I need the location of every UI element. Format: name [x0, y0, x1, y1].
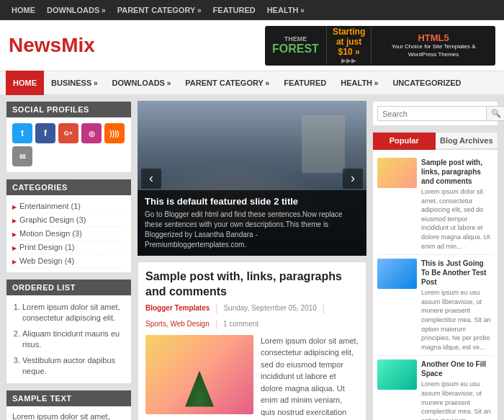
top-nav-featured[interactable]: FEATURED — [207, 0, 261, 20]
top-nav-parent-category[interactable]: PARENT CATEGORY — [112, 0, 207, 21]
social-profiles-title: SOCIAL PROFILES — [6, 102, 131, 117]
search-widget: 🔍 — [372, 101, 498, 126]
main-content: ‹ › This is default featured slide 2 tit… — [138, 101, 366, 420]
list-item: Lorem ipsum dolor sit amet, consectetur … — [22, 300, 125, 326]
post-source[interactable]: Blogger Templates — [145, 304, 210, 312]
popular-post-item: This is Just Going To Be Another Test Po… — [377, 255, 493, 356]
popular-post-text: Sample post with, links, paragraphs and … — [421, 158, 493, 251]
social-profiles-widget: SOCIAL PROFILES t f G+ ◎ )))) ✉ — [6, 101, 132, 173]
list-item: Aliquam tincidunt mauris eu risus. — [22, 326, 125, 353]
instagram-icon[interactable]: ◎ — [81, 123, 102, 143]
sample-text-content: Lorem ipsum dolor sit amet, consectetur … — [6, 406, 131, 420]
tabs-header: Popular Blog Archives — [373, 133, 498, 150]
category-item[interactable]: Graphic Design (3) — [12, 213, 125, 227]
main-nav-home[interactable]: HOME — [6, 71, 44, 95]
rss-icon[interactable]: )))) — [104, 123, 125, 143]
top-nav-downloads[interactable]: DOWNLOADS — [41, 0, 112, 21]
sample-text-widget: SAMPLE TEXT Lorem ipsum dolor sit amet, … — [6, 390, 132, 420]
thumbnail-tree-icon — [185, 371, 214, 407]
top-navigation: HOME DOWNLOADS PARENT CATEGORY FEATURED … — [0, 0, 504, 20]
tab-blog-archives[interactable]: Blog Archives — [436, 133, 498, 150]
post-excerpt: Lorem ipsum dolor sit amet, consectetur … — [261, 335, 359, 420]
slider-prev-button[interactable]: ‹ — [141, 169, 161, 189]
popular-post-thumbnail — [377, 359, 417, 390]
post-meta: Blogger Templates | Sunday, September 05… — [145, 303, 359, 329]
top-nav-health[interactable]: HEALTH — [261, 0, 310, 21]
popular-post-title[interactable]: Sample post with, links, paragraphs and … — [421, 158, 493, 186]
popular-post-excerpt: Lorem ipsum dolor sit amet, consectetur … — [421, 187, 493, 251]
main-nav-business[interactable]: BUSINESS — [44, 71, 105, 96]
featured-slider: ‹ › This is default featured slide 2 tit… — [138, 101, 366, 256]
category-item[interactable]: Print Design (1) — [12, 241, 125, 254]
site-logo: NewsMix — [9, 34, 95, 57]
logo-suffix: Mix — [61, 34, 95, 56]
popular-tabs-widget: Popular Blog Archives Sample post with, … — [372, 132, 498, 420]
popular-post-title[interactable]: This is Just Going To Be Another Test Po… — [421, 259, 493, 287]
banner-advertisement[interactable]: THEME FOREST Starting at just $10 » ▶▶▶ … — [265, 26, 495, 66]
sidebar-right: 🔍 Popular Blog Archives Sample post with… — [372, 101, 498, 420]
top-nav-home[interactable]: HOME — [6, 0, 41, 20]
popular-post-title[interactable]: Another One to Fill Space — [421, 359, 493, 378]
categories-list: Entertainment (1) Graphic Design (3) Mot… — [6, 195, 131, 272]
categories-widget: CATEGORIES Entertainment (1) Graphic Des… — [6, 179, 132, 273]
list-item: Vestibulum auctor dapibus neque. — [22, 353, 125, 380]
popular-post-thumbnail — [377, 259, 417, 289]
ordered-list-content: Lorem ipsum dolor sit amet, consectetur … — [6, 295, 131, 383]
banner-tagline: HTML5 Your Choice for Site Templates & W… — [372, 32, 495, 58]
gplus-icon[interactable]: G+ — [58, 123, 78, 143]
email-icon[interactable]: ✉ — [12, 146, 32, 166]
content-wrapper: SOCIAL PROFILES t f G+ ◎ )))) ✉ CATEGORI… — [0, 95, 504, 420]
main-nav-parent-category[interactable]: PARENT CATEGORY — [178, 71, 276, 96]
popular-posts-list: Sample post with, links, paragraphs and … — [373, 150, 498, 420]
main-navigation: HOME BUSINESS DOWNLOADS PARENT CATEGORY … — [0, 71, 504, 95]
post-date: Sunday, September 05, 2010 — [223, 304, 316, 312]
post-tags[interactable]: Sports, Web Design — [145, 320, 210, 328]
category-link[interactable]: Graphic Design (3) — [19, 215, 86, 224]
blog-post: Sample post with, links, paragraphs and … — [138, 262, 366, 420]
slider-title: This is default featured slide 2 title — [145, 196, 359, 207]
popular-post-thumbnail — [377, 158, 417, 188]
facebook-icon[interactable]: f — [35, 123, 55, 143]
slider-description: Go to Blogger edit html and find these s… — [145, 210, 359, 250]
popular-post-item: Sample post with, links, paragraphs and … — [377, 154, 493, 255]
categories-title: CATEGORIES — [6, 179, 131, 195]
sample-text-title: SAMPLE TEXT — [6, 390, 131, 406]
popular-post-item: Another One to Fill Space Lorem ipsum eu… — [377, 356, 493, 420]
twitter-icon[interactable]: t — [12, 123, 32, 143]
popular-post-text: Another One to Fill Space Lorem ipsum eu… — [421, 359, 493, 420]
category-item[interactable]: Entertainment (1) — [12, 200, 125, 213]
site-header: NewsMix THEME FOREST Starting at just $1… — [0, 20, 504, 71]
popular-post-excerpt: Lorem ipsum eu usu assum liberavisse, ut… — [421, 380, 493, 420]
category-link[interactable]: Motion Design (3) — [19, 229, 82, 238]
tab-popular[interactable]: Popular — [373, 133, 436, 150]
slider-caption: This is default featured slide 2 title G… — [138, 190, 366, 256]
popular-post-excerpt: Lorem ipsum eu usu assum liberavisse, ut… — [421, 288, 493, 352]
logo-prefix: News — [9, 34, 61, 56]
main-nav-downloads[interactable]: DOWNLOADS — [105, 71, 179, 96]
search-input[interactable] — [377, 106, 487, 121]
category-link[interactable]: Print Design (1) — [19, 243, 74, 251]
main-nav-featured[interactable]: FEATURED — [276, 71, 333, 95]
category-item[interactable]: Motion Design (3) — [12, 227, 125, 241]
category-link[interactable]: Entertainment (1) — [19, 202, 81, 210]
post-comments[interactable]: 1 comment — [223, 320, 258, 328]
ordered-list-widget: ORDERED LIST Lorem ipsum dolor sit amet,… — [6, 279, 132, 384]
slider-next-button[interactable]: › — [343, 169, 363, 189]
main-nav-health[interactable]: HEALTH — [333, 71, 385, 96]
search-button[interactable]: 🔍 — [487, 106, 504, 121]
main-nav-uncategorized[interactable]: UNCATEGORIZED — [385, 71, 468, 95]
social-icons-container: t f G+ ◎ )))) ✉ — [6, 117, 131, 172]
ordered-list-title: ORDERED LIST — [6, 280, 131, 295]
banner-price: Starting at just $10 » ▶▶▶ — [326, 27, 372, 64]
category-item[interactable]: Web Design (4) — [12, 254, 125, 268]
post-body: Lorem ipsum dolor sit amet, consectetur … — [145, 335, 359, 420]
forest-logo: THEME FOREST — [265, 35, 326, 55]
post-title[interactable]: Sample post with, links, paragraphs and … — [145, 269, 359, 300]
popular-post-text: This is Just Going To Be Another Test Po… — [421, 259, 493, 352]
sidebar-left: SOCIAL PROFILES t f G+ ◎ )))) ✉ CATEGORI… — [6, 101, 132, 420]
post-thumbnail — [145, 335, 253, 414]
category-link[interactable]: Web Design (4) — [19, 256, 74, 265]
